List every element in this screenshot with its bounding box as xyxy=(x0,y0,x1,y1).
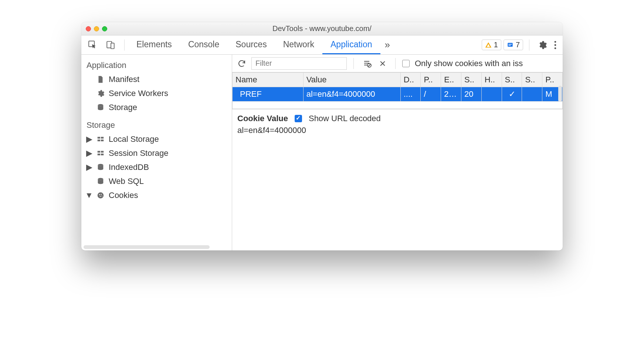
refresh-icon xyxy=(237,59,246,68)
sidebar-group-storage: Storage xyxy=(81,114,232,132)
cookies-table: Name Value D.. P.. E.. S.. H.. S.. S.. P… xyxy=(232,72,563,109)
sidebar-item-label: Web SQL xyxy=(109,177,144,186)
cookie-icon xyxy=(96,191,105,199)
svg-rect-14 xyxy=(98,151,100,153)
col-priority[interactable]: P.. xyxy=(542,73,563,87)
separator xyxy=(124,40,125,51)
warnings-count: 1 xyxy=(494,41,498,49)
device-toolbar-icon[interactable] xyxy=(104,38,118,52)
col-samesite[interactable]: S.. xyxy=(522,73,542,87)
sidebar-item-label: IndexedDB xyxy=(109,163,149,172)
cookie-value-label: Cookie Value xyxy=(237,114,288,123)
cell-secure: ✓ xyxy=(502,87,522,102)
cookie-details: Cookie Value Show URL decoded al=en&f4=4… xyxy=(232,109,563,140)
refresh-button[interactable] xyxy=(235,57,248,70)
table-row[interactable]: PREF al=en&f4=4000000 .... / 2… 20 ✓ M xyxy=(233,87,563,102)
cell-expires: 2… xyxy=(441,87,461,102)
svg-rect-2 xyxy=(111,43,114,48)
chevron-right-icon: ▶ xyxy=(87,148,91,158)
database-icon xyxy=(96,177,105,185)
sidebar-group-application: Application xyxy=(81,55,232,72)
only-issues-checkbox[interactable] xyxy=(402,60,410,67)
sidebar-item-local-storage[interactable]: ▶ Local Storage xyxy=(81,132,232,146)
close-icon xyxy=(379,60,386,67)
filter-input[interactable] xyxy=(251,57,347,70)
col-path[interactable]: P.. xyxy=(421,73,441,87)
tab-elements[interactable]: Elements xyxy=(128,35,180,54)
close-icon[interactable] xyxy=(86,26,91,31)
col-httponly[interactable]: H.. xyxy=(481,73,502,87)
clear-all-button[interactable] xyxy=(360,57,374,70)
svg-point-23 xyxy=(100,196,101,197)
window-controls xyxy=(86,26,107,31)
svg-rect-4 xyxy=(508,44,512,45)
svg-rect-10 xyxy=(98,137,100,139)
svg-point-18 xyxy=(98,164,104,166)
svg-point-21 xyxy=(99,194,100,195)
tab-sources[interactable]: Sources xyxy=(227,35,275,54)
col-domain[interactable]: D.. xyxy=(400,73,421,87)
settings-button[interactable] xyxy=(535,38,549,52)
tab-network[interactable]: Network xyxy=(275,35,322,54)
cookie-value-text: al=en&f4=4000000 xyxy=(237,126,557,135)
panel-tabs-toolbar: Elements Console Sources Network Applica… xyxy=(81,35,563,55)
sidebar-item-label: Manifest xyxy=(109,75,139,84)
gear-icon xyxy=(538,40,547,50)
sidebar-item-indexeddb[interactable]: ▶ IndexedDB xyxy=(81,160,232,174)
show-decoded-label: Show URL decoded xyxy=(309,114,381,123)
table-scrollbar[interactable] xyxy=(558,86,562,102)
svg-point-9 xyxy=(98,104,104,106)
sidebar-item-manifest[interactable]: Manifest xyxy=(81,72,232,86)
sidebar-item-label: Storage xyxy=(109,103,137,112)
cell-name: PREF xyxy=(233,87,304,102)
tab-application[interactable]: Application xyxy=(322,35,380,54)
kebab-menu-button[interactable] xyxy=(552,38,559,52)
svg-rect-12 xyxy=(98,140,100,141)
panel-body: Application Manifest Service Workers Sto… xyxy=(81,55,563,250)
minimize-icon[interactable] xyxy=(94,26,99,31)
tab-console[interactable]: Console xyxy=(180,35,227,54)
show-decoded-checkbox[interactable] xyxy=(295,115,302,122)
col-value[interactable]: Value xyxy=(303,73,400,87)
svg-point-24 xyxy=(102,196,102,196)
table-row[interactable] xyxy=(233,102,563,109)
cell-domain: .... xyxy=(400,87,421,102)
inspect-element-icon[interactable] xyxy=(86,38,100,52)
sidebar-item-session-storage[interactable]: ▶ Session Storage xyxy=(81,146,232,160)
clear-list-icon xyxy=(363,59,372,68)
sidebar-item-service-workers[interactable]: Service Workers xyxy=(81,86,232,100)
col-secure[interactable]: S.. xyxy=(502,73,522,87)
cookies-panel: Only show cookies with an iss Name Value… xyxy=(232,55,563,250)
svg-rect-5 xyxy=(508,45,511,46)
chevron-right-icon: ▶ xyxy=(87,134,91,144)
svg-point-8 xyxy=(555,47,556,49)
only-issues-label: Only show cookies with an iss xyxy=(415,59,523,68)
cell-httponly xyxy=(481,87,502,102)
warnings-badge[interactable]: 1 xyxy=(482,40,501,50)
cell-path: / xyxy=(421,87,441,102)
col-size[interactable]: S.. xyxy=(461,73,482,87)
col-name[interactable]: Name xyxy=(233,73,304,87)
delete-selected-button[interactable] xyxy=(377,58,389,69)
database-icon xyxy=(96,163,105,171)
devtools-window: DevTools - www.youtube.com/ Elements Con… xyxy=(81,22,563,250)
messages-badge[interactable]: 7 xyxy=(504,40,523,50)
cell-size: 20 xyxy=(461,87,482,102)
separator xyxy=(395,58,396,69)
sidebar-item-cookies[interactable]: ▼ Cookies xyxy=(81,188,232,202)
gear-icon xyxy=(96,89,105,98)
col-expires[interactable]: E.. xyxy=(441,73,461,87)
sidebar-item-web-sql[interactable]: Web SQL xyxy=(81,174,232,188)
svg-rect-3 xyxy=(508,43,513,47)
sidebar-item-label: Service Workers xyxy=(109,89,168,98)
sidebar-item-storage[interactable]: Storage xyxy=(81,100,232,114)
sidebar-scrollbar[interactable] xyxy=(84,245,210,249)
more-tabs-button[interactable]: » xyxy=(380,39,394,51)
kebab-icon xyxy=(554,40,557,50)
maximize-icon[interactable] xyxy=(102,26,107,31)
cookies-toolbar: Only show cookies with an iss xyxy=(232,55,563,72)
separator xyxy=(353,58,354,69)
svg-rect-11 xyxy=(101,137,104,139)
svg-rect-15 xyxy=(101,151,104,153)
messages-count: 7 xyxy=(516,41,520,49)
